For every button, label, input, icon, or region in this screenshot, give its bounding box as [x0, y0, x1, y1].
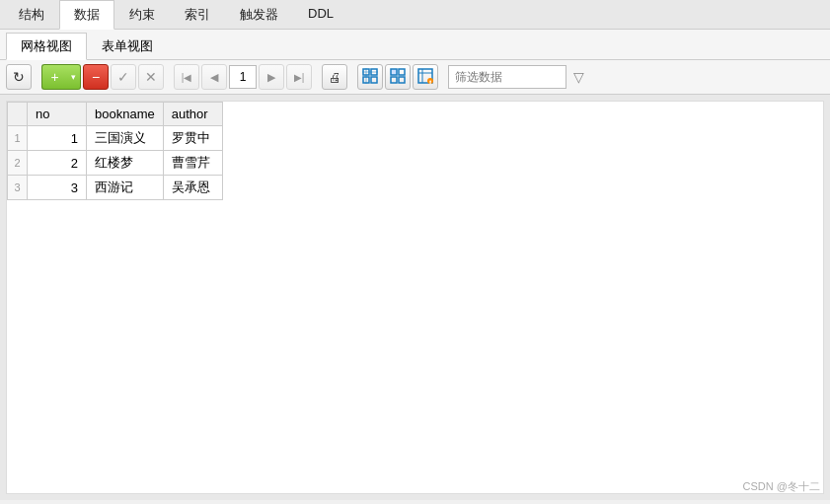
csv-icon: ⬆	[417, 68, 433, 87]
funnel-icon: ▽	[573, 69, 584, 85]
cell-no[interactable]: 2	[28, 151, 87, 176]
grid-export-icon	[362, 68, 378, 87]
next-icon: ▶	[267, 71, 275, 84]
tab-ddl[interactable]: DDL	[293, 0, 348, 29]
last-page-button[interactable]: ▶|	[286, 64, 312, 90]
row-number: 2	[8, 151, 28, 176]
svg-rect-3	[371, 77, 377, 83]
print-button[interactable]: 🖨	[322, 64, 347, 90]
filter-icon[interactable]: ▽	[568, 65, 588, 89]
remove-row-button[interactable]: −	[83, 64, 109, 90]
table-header-row: no bookname author	[8, 103, 223, 126]
first-page-button[interactable]: |◀	[174, 64, 199, 90]
add-dropdown-button[interactable]: ▾	[67, 64, 81, 90]
prev-icon: ◀	[210, 71, 218, 84]
col-header-bookname[interactable]: bookname	[87, 103, 164, 126]
table-row[interactable]: 1 1 三国演义 罗贯中	[8, 126, 223, 151]
remove-icon: −	[92, 69, 100, 85]
data-table: no bookname author 1 1 三国演义 罗贯中 2 2 红楼梦 …	[7, 102, 223, 200]
data-table-area: no bookname author 1 1 三国演义 罗贯中 2 2 红楼梦 …	[6, 101, 824, 494]
main-content: no bookname author 1 1 三国演义 罗贯中 2 2 红楼梦 …	[0, 95, 830, 500]
grid-import-icon	[390, 68, 406, 87]
import-grid-button[interactable]	[385, 64, 411, 90]
confirm-button[interactable]: ✓	[111, 64, 136, 90]
tab-form-view[interactable]: 表单视图	[87, 33, 168, 59]
print-icon: 🖨	[329, 70, 341, 85]
tab-index[interactable]: 索引	[170, 0, 225, 29]
svg-rect-7	[399, 69, 405, 75]
next-page-button[interactable]: ▶	[259, 64, 284, 90]
page-number-input[interactable]	[229, 65, 257, 89]
col-header-author[interactable]: author	[163, 103, 222, 126]
refresh-button[interactable]: ↻	[6, 64, 32, 90]
cell-author[interactable]: 罗贯中	[163, 126, 222, 151]
check-icon: ✓	[117, 69, 129, 85]
first-icon: |◀	[182, 72, 192, 83]
export-grid-button[interactable]	[357, 64, 383, 90]
cross-icon: ✕	[145, 69, 157, 85]
row-number: 1	[8, 126, 28, 151]
row-number: 3	[8, 176, 28, 200]
sub-tab-bar: 网格视图 表单视图	[0, 30, 830, 60]
table-row[interactable]: 2 2 红楼梦 曹雪芹	[8, 151, 223, 176]
add-icon: +	[50, 69, 58, 85]
tab-structure[interactable]: 结构	[4, 0, 59, 29]
toolbar: ↻ + ▾ − ✓ ✕ |◀ ◀ ▶ ▶| 🖨	[0, 60, 830, 95]
csv-button[interactable]: ⬆	[413, 64, 438, 90]
cell-author[interactable]: 吴承恩	[163, 176, 222, 200]
row-num-header	[8, 103, 28, 126]
watermark: CSDN @冬十二	[743, 479, 820, 494]
cell-no[interactable]: 1	[28, 126, 87, 151]
prev-page-button[interactable]: ◀	[201, 64, 227, 90]
tab-constraint[interactable]: 约束	[114, 0, 170, 29]
svg-rect-6	[391, 69, 397, 75]
tab-grid-view[interactable]: 网格视图	[6, 33, 87, 60]
svg-rect-9	[399, 77, 405, 83]
cell-bookname[interactable]: 三国演义	[87, 126, 164, 151]
cell-no[interactable]: 3	[28, 176, 87, 200]
top-tab-bar: 结构 数据 约束 索引 触发器 DDL	[0, 0, 830, 30]
filter-input[interactable]	[448, 65, 566, 89]
table-row[interactable]: 3 3 西游记 吴承恩	[8, 176, 223, 200]
cell-author[interactable]: 曹雪芹	[163, 151, 222, 176]
svg-rect-8	[391, 77, 397, 83]
col-header-no[interactable]: no	[28, 103, 87, 126]
last-icon: ▶|	[294, 72, 305, 83]
cancel-edit-button[interactable]: ✕	[138, 64, 164, 90]
cell-bookname[interactable]: 红楼梦	[87, 151, 164, 176]
refresh-icon: ↻	[13, 69, 25, 85]
dropdown-arrow-icon: ▾	[71, 72, 76, 82]
cell-bookname[interactable]: 西游记	[87, 176, 164, 200]
tab-trigger[interactable]: 触发器	[225, 0, 293, 29]
tab-data[interactable]: 数据	[59, 0, 114, 30]
add-row-button[interactable]: +	[41, 64, 67, 90]
svg-text:⬆: ⬆	[428, 79, 432, 84]
